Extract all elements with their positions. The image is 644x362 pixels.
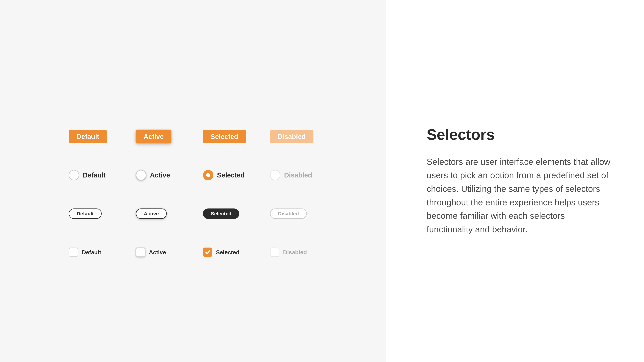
button-default[interactable]: Default [69, 130, 107, 143]
radio-default-label: Default [83, 171, 106, 179]
button-active-cell: Active [136, 130, 203, 143]
checkbox-disabled-label: Disabled [283, 249, 307, 256]
radio-active-label: Active [150, 171, 170, 179]
checkbox-selected-label: Selected [216, 249, 240, 256]
radio-active-cell: Active [136, 170, 203, 180]
button-disabled: Disabled [270, 130, 314, 143]
pill-selected-cell: Selected [203, 209, 270, 219]
page-body: Selectors are user interface elements th… [427, 155, 610, 236]
checkbox-selected-cell: Selected [203, 248, 270, 257]
button-disabled-cell: Disabled [270, 130, 337, 143]
description-panel: Selectors Selectors are user interface e… [386, 0, 644, 362]
radio-selected-label: Selected [217, 171, 245, 179]
pill-active[interactable]: Active [136, 209, 167, 219]
pill-disabled: Disabled [270, 209, 307, 219]
checkbox-active-label: Active [149, 249, 166, 256]
checkbox-default-cell: Default [69, 248, 136, 257]
selectors-showcase-panel: Default Active Selected Disabled Default… [0, 0, 386, 362]
checkbox-default[interactable] [69, 248, 78, 257]
checkbox-active[interactable] [136, 248, 145, 257]
button-active[interactable]: Active [136, 130, 172, 143]
checkbox-disabled-cell: Disabled [270, 248, 337, 257]
checkbox-selected[interactable] [203, 248, 212, 257]
page-title: Selectors [427, 126, 610, 143]
radio-selected[interactable] [203, 170, 213, 180]
radio-disabled-cell: Disabled [270, 170, 337, 180]
checkbox-default-label: Default [82, 249, 101, 256]
pill-default[interactable]: Default [69, 209, 102, 219]
radio-default[interactable] [69, 170, 79, 180]
button-selected-cell: Selected [203, 130, 270, 143]
radio-disabled-label: Disabled [284, 171, 312, 179]
description-content: Selectors Selectors are user interface e… [427, 126, 610, 236]
selectors-grid: Default Active Selected Disabled Default… [69, 117, 337, 272]
radio-selected-cell: Selected [203, 170, 270, 180]
radio-active[interactable] [136, 170, 146, 180]
check-icon [205, 249, 210, 255]
pill-selected[interactable]: Selected [203, 209, 239, 219]
radio-default-cell: Default [69, 170, 136, 180]
radio-disabled [270, 170, 280, 180]
button-selected[interactable]: Selected [203, 130, 246, 143]
checkbox-disabled [270, 248, 280, 257]
pill-default-cell: Default [69, 209, 136, 219]
button-default-cell: Default [69, 130, 136, 143]
checkbox-active-cell: Active [136, 248, 203, 257]
pill-active-cell: Active [136, 209, 203, 219]
pill-disabled-cell: Disabled [270, 209, 337, 219]
